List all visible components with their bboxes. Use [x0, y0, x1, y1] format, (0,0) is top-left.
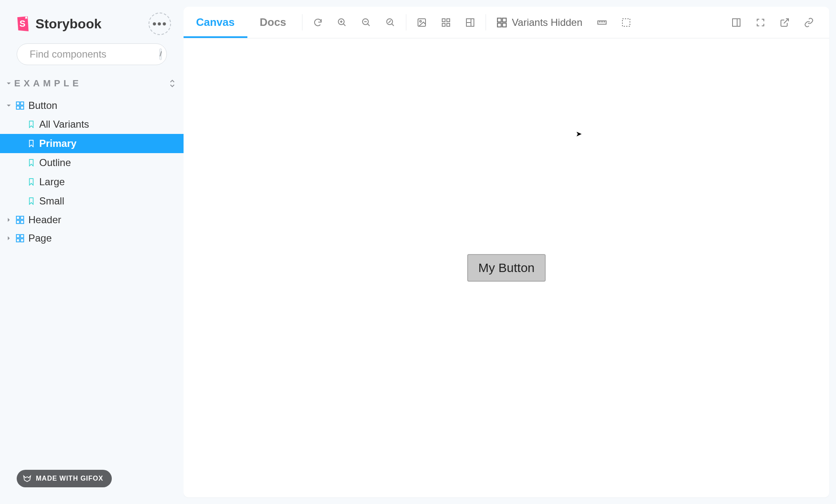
outline-icon: [621, 18, 631, 28]
zoom-out-button[interactable]: [354, 7, 378, 38]
story-primary[interactable]: Primary: [0, 134, 184, 153]
svg-rect-42: [622, 19, 630, 26]
tab-label: Canvas: [196, 16, 235, 29]
story-outline[interactable]: Outline: [0, 153, 184, 172]
divider: [486, 14, 486, 30]
svg-rect-6: [20, 106, 24, 109]
component-label: Header: [28, 214, 61, 226]
more-button[interactable]: •••: [149, 13, 171, 35]
svg-rect-8: [20, 216, 24, 219]
copy-link-button[interactable]: [797, 7, 821, 38]
sidebar-header: S Storybook •••: [0, 13, 184, 43]
gifox-badge[interactable]: MADE WITH GIFOX: [17, 470, 112, 487]
component-icon: [16, 101, 24, 110]
component-icon: [16, 216, 24, 224]
divider: [302, 14, 302, 30]
sidebar-toggle-button[interactable]: [724, 7, 748, 38]
refresh-icon: [313, 18, 323, 28]
svg-point-25: [420, 20, 421, 22]
caret-right-icon: [6, 217, 12, 223]
tab-docs[interactable]: Docs: [247, 7, 299, 38]
story-label: Large: [39, 176, 65, 188]
tabs: Canvas Docs: [184, 7, 299, 38]
bookmark-icon: [28, 121, 35, 128]
preview-button-label: My Button: [478, 261, 534, 275]
svg-rect-36: [503, 23, 506, 27]
svg-rect-7: [16, 216, 20, 219]
measure-button[interactable]: [590, 7, 614, 38]
svg-rect-14: [20, 239, 24, 242]
component-label: Button: [28, 100, 57, 111]
section-title: EXAMPLE: [14, 78, 82, 89]
zoom-group: [306, 7, 403, 38]
caret-down-icon: [6, 81, 12, 86]
variants-label: Variants Hidden: [512, 17, 582, 28]
svg-rect-27: [447, 19, 450, 22]
image-icon: [417, 18, 427, 28]
outline-button[interactable]: [614, 7, 638, 38]
svg-rect-10: [20, 220, 24, 224]
svg-rect-33: [498, 18, 501, 22]
search-shortcut-key: /: [159, 48, 162, 60]
svg-rect-11: [16, 234, 20, 238]
bookmark-icon: [28, 140, 35, 147]
toolbar: Canvas Docs: [184, 7, 829, 38]
component-icon: [16, 234, 24, 242]
component-header[interactable]: Header: [0, 211, 184, 229]
external-link-icon: [780, 18, 790, 28]
svg-line-16: [343, 24, 345, 26]
story-small[interactable]: Small: [0, 192, 184, 211]
grid-button[interactable]: [434, 7, 458, 38]
svg-rect-29: [447, 23, 450, 26]
open-new-tab-button[interactable]: [773, 7, 797, 38]
search-container: /: [0, 43, 184, 76]
svg-rect-12: [20, 234, 24, 238]
variants-icon: [497, 18, 507, 28]
brand-name: Storybook: [35, 16, 101, 32]
svg-rect-9: [16, 220, 20, 224]
tab-canvas[interactable]: Canvas: [184, 7, 247, 38]
bookmark-icon: [28, 178, 35, 186]
svg-line-23: [392, 24, 394, 26]
svg-rect-13: [16, 239, 20, 242]
cursor-icon: ➤: [576, 129, 582, 139]
layout-button[interactable]: [458, 7, 482, 38]
component-button[interactable]: Button: [0, 96, 184, 115]
svg-rect-3: [16, 102, 20, 105]
ellipsis-icon: •••: [152, 17, 167, 30]
view-group: [410, 7, 482, 38]
variants-toggle[interactable]: Variants Hidden: [489, 7, 590, 38]
expand-collapse-icon[interactable]: [169, 79, 176, 88]
gifox-label: MADE WITH GIFOX: [36, 475, 103, 482]
story-large[interactable]: Large: [0, 172, 184, 192]
search-box[interactable]: /: [17, 43, 167, 65]
refresh-button[interactable]: [306, 7, 330, 38]
svg-text:S: S: [20, 19, 25, 29]
svg-rect-4: [20, 102, 24, 105]
image-button[interactable]: [410, 7, 434, 38]
story-label: Small: [39, 195, 64, 207]
svg-line-20: [368, 24, 370, 26]
section-header-example[interactable]: EXAMPLE: [0, 76, 184, 91]
story-all-variants[interactable]: All Variants: [0, 115, 184, 134]
search-input[interactable]: [30, 48, 154, 60]
fullscreen-button[interactable]: [748, 7, 773, 38]
brand[interactable]: S Storybook: [15, 16, 101, 32]
link-icon: [804, 18, 814, 28]
story-label: All Variants: [39, 118, 89, 130]
story-label: Outline: [39, 157, 71, 169]
zoom-reset-button[interactable]: [378, 7, 403, 38]
storybook-logo-icon: S: [15, 16, 31, 31]
fox-icon: [23, 474, 32, 483]
svg-rect-35: [498, 23, 501, 27]
zoom-in-button[interactable]: [330, 7, 354, 38]
component-tree: Button All Variants Primary Outline Larg…: [0, 91, 184, 247]
preview-button[interactable]: My Button: [467, 254, 545, 282]
component-label: Page: [28, 232, 52, 244]
component-page[interactable]: Page: [0, 229, 184, 247]
bookmark-icon: [28, 197, 35, 205]
fullscreen-icon: [755, 18, 765, 28]
main: Canvas Docs: [184, 0, 836, 504]
bookmark-icon: [28, 159, 35, 166]
sidebar: S Storybook ••• / EXAMPLE: [0, 0, 184, 504]
